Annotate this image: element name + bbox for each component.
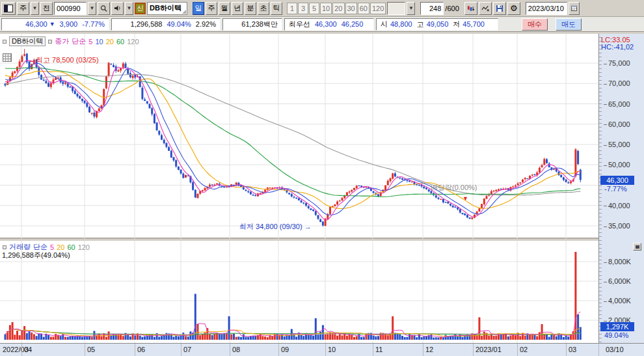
interval-3-button[interactable]: 3 bbox=[298, 3, 308, 14]
date-axis-label: 03 bbox=[569, 346, 576, 353]
date-axis-label: 10 bbox=[328, 346, 336, 353]
best-bid: 46,300 bbox=[315, 20, 337, 28]
best-quote-label: 최우선 bbox=[289, 20, 310, 29]
date-input[interactable]: 2023/03/10 bbox=[526, 2, 567, 15]
legend-close-label: 종가 bbox=[55, 36, 69, 46]
date-axis[interactable]: 03/10 2022/030405060708091011122023/0102… bbox=[0, 343, 644, 356]
price-axis-label: 50,000 bbox=[604, 161, 630, 169]
stock-code-input[interactable]: 000990 bbox=[54, 2, 87, 15]
low-price: 45,700 bbox=[463, 20, 485, 28]
price-axis-label: 40,000 bbox=[604, 202, 630, 210]
date-axis-label: 02 bbox=[520, 346, 528, 353]
interval-5-button[interactable]: 5 bbox=[309, 3, 319, 14]
volume-pane-maximize-button[interactable] bbox=[633, 243, 641, 251]
interval-custom-dropdown-icon[interactable]: ▼ bbox=[407, 2, 415, 15]
timeframe-tick-button[interactable]: 틱 bbox=[271, 2, 282, 15]
period-quick-button[interactable]: 주 bbox=[17, 2, 29, 15]
date-axis-separator bbox=[278, 344, 279, 356]
best-ask: 46,250 bbox=[342, 20, 364, 28]
legend-toggle-icon[interactable] bbox=[48, 40, 52, 44]
legend-stock-name: DB하이텍 bbox=[9, 36, 46, 46]
trendline-icon bbox=[481, 5, 489, 12]
legend-ma60: 60 bbox=[116, 38, 124, 46]
compare-stock-button[interactable] bbox=[464, 2, 477, 15]
price-axis-label: 65,000 bbox=[604, 100, 630, 108]
stock-search-button[interactable] bbox=[98, 2, 110, 15]
chart-grid-button[interactable] bbox=[3, 53, 12, 62]
date-axis-label: 06 bbox=[137, 346, 145, 353]
price-chart-pane[interactable]: DB하이텍 종가 단순 5 10 20 60 120 ←최고 78,500 (0… bbox=[0, 34, 598, 239]
legend-ma20: 20 bbox=[106, 38, 114, 46]
open-label: 시 bbox=[381, 20, 388, 29]
vol-ma120: 120 bbox=[78, 243, 90, 251]
timeframe-minute-button[interactable]: 분 bbox=[245, 2, 256, 15]
date-axis-label: 05 bbox=[87, 346, 95, 353]
save-chart-button[interactable] bbox=[493, 2, 506, 15]
date-axis-separator bbox=[21, 344, 22, 356]
volume-axis-label: 4,000K bbox=[604, 297, 631, 305]
high-label: 고 bbox=[417, 20, 424, 29]
timeframe-second-button[interactable]: 초 bbox=[258, 2, 269, 15]
vol-ma60: 60 bbox=[67, 243, 75, 251]
buy-button[interactable]: 매수 bbox=[522, 18, 548, 31]
legend-toggle-icon[interactable] bbox=[3, 40, 7, 44]
interval-120-button[interactable]: 120 bbox=[370, 3, 386, 14]
calendar-button[interactable] bbox=[569, 2, 580, 15]
candle-count-input[interactable]: 248 bbox=[420, 2, 444, 15]
trendline-tool-button[interactable] bbox=[479, 2, 492, 15]
legend-toggle-icon[interactable] bbox=[3, 245, 7, 249]
legend-ma120: 120 bbox=[127, 38, 139, 46]
period-quick-dropdown-icon[interactable]: ▼ bbox=[31, 2, 39, 15]
window-layout-button[interactable] bbox=[1, 2, 16, 15]
sound-dropdown-icon[interactable]: ▼ bbox=[125, 2, 133, 15]
open-price: 48,800 bbox=[390, 20, 412, 28]
current-pct-label: -7.77% bbox=[604, 185, 627, 193]
date-axis-separator bbox=[473, 344, 474, 356]
price-axis-label: 75,000 bbox=[604, 59, 630, 67]
hc-value: HC:-41,02 bbox=[601, 43, 634, 51]
volume-axis-label: 8,000K bbox=[604, 258, 631, 266]
volume-chart bbox=[0, 241, 598, 343]
date-axis-label: 12 bbox=[425, 346, 433, 353]
interval-1-button[interactable]: 1 bbox=[287, 3, 297, 14]
high-arrow-icon: ← bbox=[29, 56, 36, 64]
calendar-icon bbox=[571, 5, 577, 12]
price-axis-label: 70,000 bbox=[604, 79, 630, 87]
sound-button[interactable] bbox=[111, 2, 124, 15]
interval-60-button[interactable]: 60 bbox=[358, 3, 369, 14]
high-annotation: ←최고 78,500 (03/25) bbox=[29, 55, 99, 65]
price-legend: DB하이텍 종가 단순 5 10 20 60 120 bbox=[3, 36, 139, 46]
low-label: 저 bbox=[453, 20, 460, 29]
date-axis-separator bbox=[230, 344, 230, 356]
legend-ma5: 5 bbox=[88, 38, 92, 46]
date-axis-separator bbox=[135, 344, 135, 356]
vol-ma20: 20 bbox=[57, 243, 64, 251]
stock-code-dropdown-icon[interactable]: ▼ bbox=[88, 2, 96, 15]
date-axis-label: 07 bbox=[183, 346, 191, 353]
volume-chart-pane[interactable]: 거래량 단순 5 20 60 120 1,296,588주(49.04%) bbox=[0, 241, 598, 343]
interval-30-button[interactable]: 30 bbox=[345, 3, 357, 14]
timeframe-week-button[interactable]: 주 bbox=[206, 2, 217, 15]
date-axis-separator bbox=[566, 344, 567, 356]
trade-amount: 61,238백만 bbox=[241, 20, 278, 29]
high-price: 49,050 bbox=[427, 20, 449, 28]
maximize-icon bbox=[636, 245, 639, 249]
prev-stock-button[interactable]: 전 bbox=[40, 2, 53, 15]
volume-legend: 거래량 단순 5 20 60 120 bbox=[3, 242, 90, 252]
timeframe-month-button[interactable]: 월 bbox=[219, 2, 230, 15]
legend-ma10: 10 bbox=[95, 38, 103, 46]
timeframe-year-button[interactable]: 년 bbox=[232, 2, 243, 15]
new-listing-badge: 신 bbox=[135, 3, 146, 14]
legend-method-label: 단순 bbox=[72, 36, 86, 46]
interval-10-button[interactable]: 10 bbox=[320, 3, 332, 14]
current-volume-tag: 1,297K bbox=[600, 322, 634, 331]
interval-20-button[interactable]: 20 bbox=[332, 3, 344, 14]
stock-name-field[interactable]: DB하이텍 bbox=[147, 2, 187, 15]
sell-button[interactable]: 매도 bbox=[556, 18, 582, 31]
timeframe-day-button[interactable]: 일 bbox=[193, 2, 204, 15]
chart-settings-button[interactable]: ⚙ bbox=[507, 2, 520, 15]
interval-custom-select[interactable] bbox=[387, 2, 405, 15]
volume-value: 1,296,588 bbox=[131, 20, 163, 28]
save-icon bbox=[496, 5, 503, 12]
date-axis-separator bbox=[325, 344, 326, 356]
